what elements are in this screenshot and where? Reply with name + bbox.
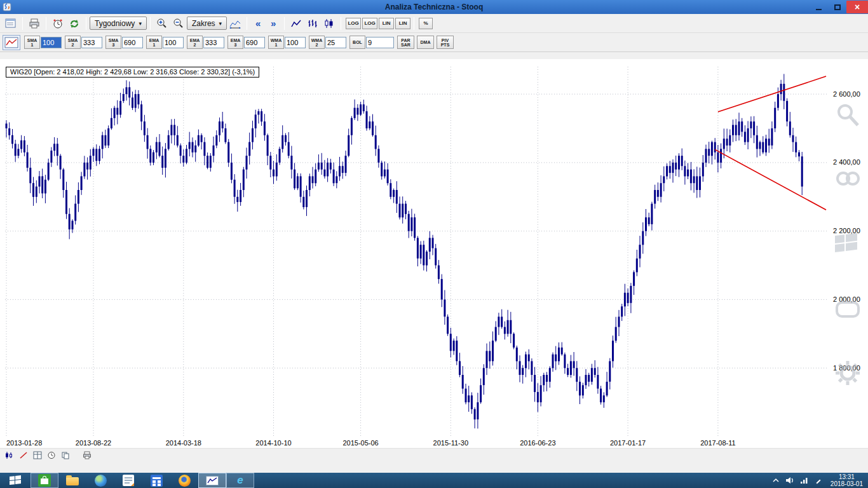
taskbar-clock[interactable]: 13:31 2018-03-01 [828, 473, 863, 488]
indicator-period-input-ema1[interactable] [163, 37, 184, 48]
indicator-period-input-wma2[interactable] [325, 37, 346, 48]
indicator-toolbar: SMA1SMA2SMA3EMA1EMA2EMA3WMA1WMA2BOLPARSA… [0, 33, 868, 52]
clock-time: 13:31 [831, 473, 863, 481]
svg-text:2015-05-06: 2015-05-06 [342, 439, 378, 447]
interval-dropdown-label: Tygodniowy [95, 19, 135, 28]
copy-icon[interactable] [60, 450, 71, 461]
price-chart-svg[interactable]: 2 600,002 400,002 200,002 000,001 800,00… [0, 59, 868, 448]
drawing-toolbar [0, 448, 868, 462]
log-scale-x-button[interactable]: LOG [346, 18, 361, 29]
indicator-button-par[interactable]: PARSAR [397, 36, 414, 49]
app-window: Analiza Techniczna - Stooq × Tygodniowy … [0, 0, 868, 462]
devices-charm-icon[interactable] [834, 295, 862, 326]
line-chart-type-icon[interactable] [288, 17, 304, 30]
indicator-group-wma1: WMA1 [268, 36, 306, 49]
indicator-group-wma2: WMA2 [309, 36, 346, 49]
indicator-toggle-sma2[interactable]: SMA2 [65, 36, 81, 49]
store-icon [38, 474, 51, 487]
indicator-button-piv[interactable]: PIVPTS [437, 36, 454, 49]
indicator-toggle-wma1[interactable]: WMA1 [268, 36, 284, 49]
separator [284, 17, 285, 30]
taskbar-stooq-app-icon[interactable] [198, 473, 226, 488]
taskbar-notes-icon[interactable] [114, 473, 142, 488]
indicator-group-ema3: EMA3 [227, 36, 265, 49]
indicator-toggle-ema3[interactable]: EMA3 [227, 36, 243, 49]
range-dropdown-label: Zakres [192, 19, 215, 28]
firefox-icon [179, 475, 191, 487]
separator [341, 17, 341, 30]
chart-app-thumbnail-icon [206, 476, 219, 485]
chevron-down-icon: ▾ [139, 20, 142, 27]
candlestick-chart-type-icon[interactable] [321, 17, 337, 30]
quote-legend: WIG20 [Open: 2 418,02 High: 2 429,68 Low… [6, 67, 259, 78]
mini-chart-icon[interactable] [4, 450, 15, 461]
indicator-period-input-sma2[interactable] [81, 37, 102, 48]
window-controls: × [810, 0, 868, 14]
range-dropdown[interactable]: Zakres ▾ [187, 17, 227, 30]
report-window-icon[interactable] [3, 17, 19, 30]
separator [247, 17, 247, 30]
svg-text:2014-03-18: 2014-03-18 [166, 439, 201, 447]
lin-scale-x-button[interactable]: LIN [379, 18, 394, 29]
settings-charm-icon[interactable] [834, 359, 862, 390]
indicator-button-dma[interactable]: DMA [417, 36, 434, 49]
interval-dropdown[interactable]: Tygodniowy ▾ [90, 17, 147, 30]
taskbar-store-icon[interactable] [31, 473, 58, 488]
indicator-toggle-ema2[interactable]: EMA2 [187, 36, 203, 49]
network-icon[interactable] [800, 477, 809, 484]
search-charm-icon[interactable] [834, 101, 862, 132]
minimize-button[interactable] [810, 1, 828, 13]
indicator-toggle-sma3[interactable]: SMA3 [105, 36, 121, 49]
indicator-toggle-bol[interactable]: BOL [349, 36, 365, 49]
separator [86, 17, 86, 30]
draw-line-icon[interactable] [18, 450, 29, 461]
print-icon[interactable] [26, 17, 43, 30]
maximize-button[interactable] [828, 1, 846, 13]
separator [150, 17, 151, 30]
indicator-period-input-ema3[interactable] [244, 37, 265, 48]
percent-scale-button[interactable]: % [419, 18, 433, 29]
zoom-in-icon[interactable] [154, 17, 170, 30]
scroll-forward-button[interactable]: » [266, 18, 281, 29]
indicator-period-input-sma3[interactable] [122, 37, 143, 48]
start-charm-icon[interactable] [832, 232, 862, 260]
start-button[interactable] [0, 473, 31, 488]
scroll-back-button[interactable]: « [250, 18, 266, 29]
chart-preview-button[interactable] [3, 35, 20, 50]
indicator-period-input-bol[interactable] [366, 37, 394, 48]
bar-chart-type-icon[interactable] [304, 17, 321, 30]
pen-input-icon[interactable] [815, 477, 822, 484]
svg-text:2013-01-28: 2013-01-28 [6, 439, 42, 447]
indicator-toggle-wma2[interactable]: WMA2 [309, 36, 325, 49]
volume-icon[interactable] [785, 477, 794, 484]
taskbar-calculator-icon[interactable] [142, 473, 170, 488]
taskbar-firefox-icon[interactable] [170, 473, 198, 488]
indicator-group-ema1: EMA1 [146, 36, 184, 49]
svg-text:2017-08-11: 2017-08-11 [700, 439, 735, 447]
mini-print-icon[interactable] [81, 450, 93, 461]
main-toolbar: Tygodniowy ▾ Zakres ▾ « » LOG [0, 14, 868, 33]
indicator-bar-items: SMA1SMA2SMA3EMA1EMA2EMA3WMA1WMA2BOLPARSA… [24, 36, 456, 49]
indicator-period-input-sma1[interactable] [41, 37, 62, 48]
close-button[interactable]: × [846, 1, 868, 13]
fit-range-icon[interactable] [227, 17, 243, 30]
clock-icon[interactable] [46, 450, 57, 461]
indicator-period-input-wma1[interactable] [285, 37, 306, 48]
globe-icon [95, 475, 107, 487]
indicator-toggle-ema1[interactable]: EMA1 [146, 36, 162, 49]
alarm-clock-icon[interactable] [50, 17, 66, 30]
refresh-icon[interactable] [66, 17, 83, 30]
chart-area: WIG20 [Open: 2 418,02 High: 2 429,68 Low… [0, 59, 868, 448]
chevron-up-icon[interactable] [772, 478, 780, 483]
table-icon[interactable] [32, 450, 43, 461]
zoom-out-icon[interactable] [170, 17, 187, 30]
share-charm-icon[interactable] [834, 165, 862, 195]
indicator-group-bol: BOL [349, 36, 394, 49]
log-scale-y-button[interactable]: LOG [362, 18, 377, 29]
indicator-period-input-ema2[interactable] [203, 37, 224, 48]
indicator-toggle-sma1[interactable]: SMA1 [24, 36, 40, 49]
taskbar-internet-explorer-icon[interactable]: e [226, 473, 254, 488]
taskbar-file-explorer-icon[interactable] [58, 473, 86, 488]
taskbar-browser-globe-icon[interactable] [86, 473, 114, 488]
lin-scale-y-button[interactable]: LIN [395, 18, 410, 29]
